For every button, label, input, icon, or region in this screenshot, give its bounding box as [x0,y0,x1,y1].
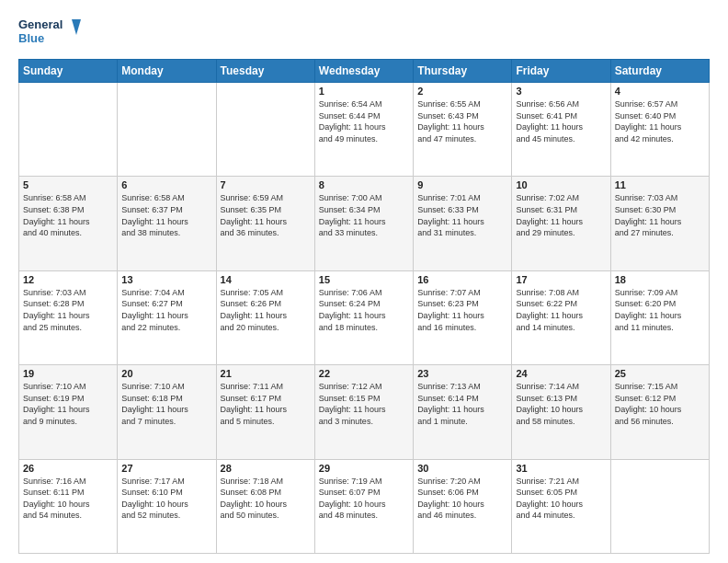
logo-svg: GeneralBlue [18,15,83,52]
calendar-cell: 27Sunrise: 7:17 AM Sunset: 6:10 PM Dayli… [118,459,216,553]
day-info: Sunrise: 7:12 AM Sunset: 6:15 PM Dayligh… [319,381,409,427]
day-info: Sunrise: 7:03 AM Sunset: 6:30 PM Dayligh… [615,192,705,238]
page: GeneralBlue SundayMondayTuesdayWednesday… [0,0,728,563]
day-info: Sunrise: 7:05 AM Sunset: 6:26 PM Dayligh… [221,287,311,333]
day-info: Sunrise: 7:03 AM Sunset: 6:28 PM Dayligh… [23,287,113,333]
weekday-header: Friday [512,60,610,83]
day-info: Sunrise: 7:15 AM Sunset: 6:12 PM Dayligh… [615,381,705,427]
day-info: Sunrise: 6:54 AM Sunset: 6:44 PM Dayligh… [319,98,409,144]
day-number: 31 [516,463,606,474]
calendar-cell: 22Sunrise: 7:12 AM Sunset: 6:15 PM Dayli… [314,365,413,459]
calendar-cell [19,83,118,177]
day-number: 18 [615,274,705,285]
calendar-cell: 26Sunrise: 7:16 AM Sunset: 6:11 PM Dayli… [19,459,118,553]
calendar-cell: 29Sunrise: 7:19 AM Sunset: 6:07 PM Dayli… [314,459,413,553]
calendar-cell: 1Sunrise: 6:54 AM Sunset: 6:44 PM Daylig… [314,83,413,177]
calendar-cell: 19Sunrise: 7:10 AM Sunset: 6:19 PM Dayli… [19,365,118,459]
day-number: 23 [417,368,507,379]
svg-text:Blue: Blue [18,31,44,45]
day-number: 15 [319,274,409,285]
day-info: Sunrise: 6:55 AM Sunset: 6:43 PM Dayligh… [417,98,507,144]
day-number: 28 [221,463,311,474]
day-number: 30 [417,463,507,474]
day-info: Sunrise: 7:00 AM Sunset: 6:34 PM Dayligh… [319,192,409,238]
calendar-cell: 13Sunrise: 7:04 AM Sunset: 6:27 PM Dayli… [118,270,216,364]
day-number: 7 [221,179,311,190]
calendar-cell: 12Sunrise: 7:03 AM Sunset: 6:28 PM Dayli… [19,270,118,364]
day-info: Sunrise: 7:01 AM Sunset: 6:33 PM Dayligh… [417,192,507,238]
day-info: Sunrise: 7:16 AM Sunset: 6:11 PM Dayligh… [23,476,113,522]
day-number: 6 [121,179,211,190]
day-number: 16 [417,274,507,285]
calendar-cell: 15Sunrise: 7:06 AM Sunset: 6:24 PM Dayli… [314,270,413,364]
day-number: 1 [319,86,409,97]
calendar-cell: 30Sunrise: 7:20 AM Sunset: 6:06 PM Dayli… [414,459,512,553]
day-info: Sunrise: 7:20 AM Sunset: 6:06 PM Dayligh… [417,476,507,522]
calendar-cell: 4Sunrise: 6:57 AM Sunset: 6:40 PM Daylig… [610,83,709,177]
calendar-cell: 17Sunrise: 7:08 AM Sunset: 6:22 PM Dayli… [512,270,610,364]
day-number: 27 [121,463,211,474]
day-info: Sunrise: 7:17 AM Sunset: 6:10 PM Dayligh… [121,476,211,522]
calendar-cell: 31Sunrise: 7:21 AM Sunset: 6:05 PM Dayli… [512,459,610,553]
day-number: 24 [516,368,606,379]
day-info: Sunrise: 7:07 AM Sunset: 6:23 PM Dayligh… [417,287,507,333]
calendar-week-row: 12Sunrise: 7:03 AM Sunset: 6:28 PM Dayli… [19,270,710,364]
calendar-cell: 21Sunrise: 7:11 AM Sunset: 6:17 PM Dayli… [216,365,314,459]
calendar-cell: 10Sunrise: 7:02 AM Sunset: 6:31 PM Dayli… [512,177,610,270]
day-info: Sunrise: 7:02 AM Sunset: 6:31 PM Dayligh… [516,192,606,238]
day-info: Sunrise: 7:14 AM Sunset: 6:13 PM Dayligh… [516,381,606,427]
logo: GeneralBlue [18,15,83,52]
day-number: 19 [23,368,113,379]
day-number: 29 [319,463,409,474]
day-info: Sunrise: 7:10 AM Sunset: 6:18 PM Dayligh… [121,381,211,427]
day-number: 8 [319,179,409,190]
calendar-cell: 9Sunrise: 7:01 AM Sunset: 6:33 PM Daylig… [414,177,512,270]
day-info: Sunrise: 7:21 AM Sunset: 6:05 PM Dayligh… [516,476,606,522]
day-number: 17 [516,274,606,285]
calendar-cell: 11Sunrise: 7:03 AM Sunset: 6:30 PM Dayli… [610,177,709,270]
calendar-week-row: 19Sunrise: 7:10 AM Sunset: 6:19 PM Dayli… [19,365,710,459]
calendar-cell [118,83,216,177]
calendar-cell: 16Sunrise: 7:07 AM Sunset: 6:23 PM Dayli… [414,270,512,364]
day-info: Sunrise: 6:58 AM Sunset: 6:37 PM Dayligh… [121,192,211,238]
day-number: 11 [615,179,705,190]
day-info: Sunrise: 7:06 AM Sunset: 6:24 PM Dayligh… [319,287,409,333]
weekday-header: Sunday [19,60,118,83]
calendar-cell: 6Sunrise: 6:58 AM Sunset: 6:37 PM Daylig… [118,177,216,270]
day-info: Sunrise: 6:57 AM Sunset: 6:40 PM Dayligh… [615,98,705,144]
day-info: Sunrise: 7:09 AM Sunset: 6:20 PM Dayligh… [615,287,705,333]
day-info: Sunrise: 6:56 AM Sunset: 6:41 PM Dayligh… [516,98,606,144]
day-info: Sunrise: 6:59 AM Sunset: 6:35 PM Dayligh… [221,192,311,238]
day-info: Sunrise: 7:10 AM Sunset: 6:19 PM Dayligh… [23,381,113,427]
calendar-cell [216,83,314,177]
day-number: 10 [516,179,606,190]
day-number: 12 [23,274,113,285]
calendar-week-row: 5Sunrise: 6:58 AM Sunset: 6:38 PM Daylig… [19,177,710,270]
day-number: 21 [221,368,311,379]
weekday-header: Thursday [414,60,512,83]
weekday-header: Saturday [610,60,709,83]
day-number: 5 [23,179,113,190]
day-number: 13 [121,274,211,285]
calendar-cell [610,459,709,553]
day-info: Sunrise: 7:11 AM Sunset: 6:17 PM Dayligh… [221,381,311,427]
day-info: Sunrise: 6:58 AM Sunset: 6:38 PM Dayligh… [23,192,113,238]
day-number: 20 [121,368,211,379]
day-info: Sunrise: 7:04 AM Sunset: 6:27 PM Dayligh… [121,287,211,333]
svg-text:General: General [18,17,63,31]
day-number: 4 [615,86,705,97]
header-row: SundayMondayTuesdayWednesdayThursdayFrid… [19,60,710,83]
header: GeneralBlue [18,15,710,52]
calendar-week-row: 26Sunrise: 7:16 AM Sunset: 6:11 PM Dayli… [19,459,710,553]
day-number: 2 [417,86,507,97]
day-info: Sunrise: 7:19 AM Sunset: 6:07 PM Dayligh… [319,476,409,522]
calendar-cell: 2Sunrise: 6:55 AM Sunset: 6:43 PM Daylig… [414,83,512,177]
calendar-cell: 18Sunrise: 7:09 AM Sunset: 6:20 PM Dayli… [610,270,709,364]
day-info: Sunrise: 7:18 AM Sunset: 6:08 PM Dayligh… [221,476,311,522]
day-number: 3 [516,86,606,97]
calendar-cell: 23Sunrise: 7:13 AM Sunset: 6:14 PM Dayli… [414,365,512,459]
calendar-cell: 25Sunrise: 7:15 AM Sunset: 6:12 PM Dayli… [610,365,709,459]
calendar-cell: 3Sunrise: 6:56 AM Sunset: 6:41 PM Daylig… [512,83,610,177]
weekday-header: Tuesday [216,60,314,83]
day-number: 14 [221,274,311,285]
